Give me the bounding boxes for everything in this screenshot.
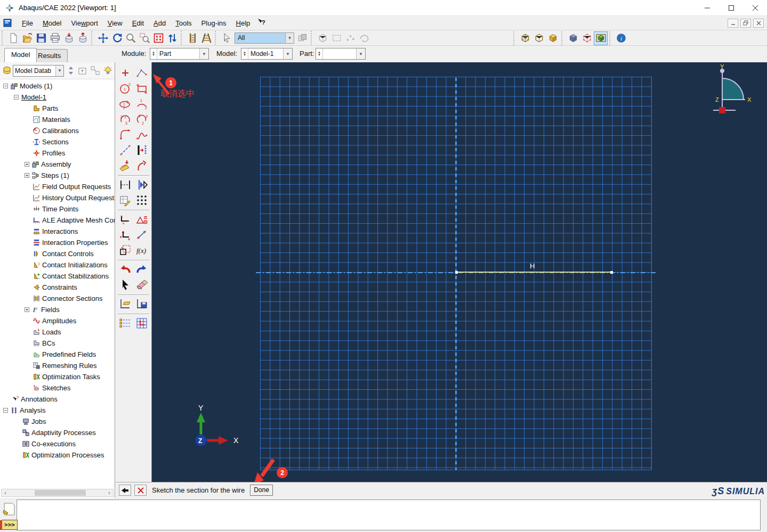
sketch-sketch-paste-button[interactable]: [118, 297, 133, 312]
command-line-toggle-button[interactable]: >>>: [2, 520, 18, 530]
mdi-minimize-button[interactable]: [728, 19, 738, 28]
maximize-button[interactable]: [719, 0, 743, 15]
sketch-sketch-grid-button[interactable]: [134, 316, 149, 331]
sketch-edit-sketch-button[interactable]: [118, 212, 133, 227]
menu-edit[interactable]: Edit: [127, 17, 149, 29]
tree-item-analysis[interactable]: −Analysis: [0, 405, 115, 416]
tree-item-remeshing-rules[interactable]: Remeshing Rules: [0, 360, 115, 371]
tips-lightbulb-icon[interactable]: [103, 66, 112, 75]
tree-item-calibrations[interactable]: Calibrations: [0, 125, 115, 136]
tree-item-sketches[interactable]: Sketches: [0, 382, 115, 394]
new-button[interactable]: [6, 31, 20, 45]
tree-item-field-output-requests[interactable]: Field Output Requests: [0, 181, 115, 192]
menu-help[interactable]: Help: [231, 17, 255, 29]
scroll-right-icon[interactable]: ›: [106, 490, 113, 496]
tree-expander[interactable]: −: [3, 84, 8, 88]
sketch-fillet-button[interactable]: [118, 127, 133, 142]
tree-item-fields[interactable]: +FFields: [0, 304, 115, 315]
pan-button[interactable]: [96, 31, 110, 45]
fit-button[interactable]: [151, 31, 165, 45]
tree-item-parts[interactable]: Parts: [0, 103, 115, 114]
viewport-manager-icon[interactable]: [3, 19, 12, 27]
view-green-button[interactable]: [594, 31, 608, 45]
save-button[interactable]: [34, 31, 48, 45]
tree-item-optimization-processes[interactable]: Optimization Processes: [0, 449, 115, 461]
tree-item-time-points[interactable]: Time Points: [0, 203, 115, 215]
tree-item-interactions[interactable]: Interactions: [0, 226, 115, 237]
done-button[interactable]: Done: [250, 485, 273, 496]
close-button[interactable]: [743, 0, 767, 15]
tree-item-jobs[interactable]: Jobs: [0, 416, 115, 427]
line-endpoint-right[interactable]: [610, 271, 613, 274]
tree-item-models-1[interactable]: −Models (1): [0, 80, 115, 92]
tree-item-materials[interactable]: εMaterials: [0, 114, 115, 125]
tree-item-loads[interactable]: Loads: [0, 326, 115, 338]
minimize-button[interactable]: [695, 0, 719, 15]
tree-expander[interactable]: +: [25, 173, 29, 178]
sketch-ellipse-button[interactable]: 132: [118, 96, 133, 111]
open-button[interactable]: [20, 31, 34, 45]
sketch-point-button[interactable]: [118, 66, 133, 80]
tree-item-steps-1[interactable]: +Steps (1): [0, 170, 115, 181]
tree-item-contact-controls[interactable]: Contact Controls: [0, 248, 115, 259]
sketch-rectangle-button[interactable]: [134, 81, 149, 96]
message-text-area[interactable]: [17, 500, 761, 530]
tree-item-connector-sections[interactable]: Connector Sections: [0, 293, 115, 304]
part-select[interactable]: ▲▼▼: [316, 48, 366, 60]
sketch-project-references-button[interactable]: [134, 158, 149, 173]
tree-item-annotations[interactable]: Annotations: [0, 394, 115, 405]
module-select[interactable]: ▲▼Part▼: [150, 48, 209, 60]
tree-item-ale-adaptive-mesh-constraints[interactable]: ALE Adaptive Mesh Constraints: [0, 215, 115, 226]
sketch-dimension-button[interactable]: [118, 177, 133, 192]
sketch-lines-connected-button[interactable]: [134, 66, 149, 80]
render-wireframe-button[interactable]: [518, 31, 532, 45]
sketch-delete-button[interactable]: [134, 277, 149, 292]
sketch-offset-button[interactable]: [134, 143, 149, 158]
menu-viewport[interactable]: Viewport: [66, 17, 102, 29]
tree-item-contact-initializations[interactable]: Contact Initializations: [0, 259, 115, 271]
cycle-button[interactable]: [165, 31, 179, 45]
tree-item-co-executions[interactable]: Co-executions: [0, 438, 115, 449]
menu-file[interactable]: File: [17, 17, 38, 29]
view-dotted-button[interactable]: [580, 31, 594, 45]
sketch-linear-pattern-button[interactable]: [134, 193, 149, 208]
sketch-resize-button[interactable]: [118, 243, 133, 258]
tree-item-model-1[interactable]: −Model-1: [0, 92, 115, 103]
tree-expander[interactable]: −: [14, 95, 19, 100]
menu-tools[interactable]: Tools: [171, 17, 196, 29]
cursor-button[interactable]: [220, 31, 233, 45]
sketch-edit-dimension-button[interactable]: [118, 193, 133, 208]
selection-filter-combo[interactable]: All▼: [235, 32, 294, 44]
view-mesh-button[interactable]: [566, 31, 580, 45]
tree-database-select[interactable]: Model Datab▼: [13, 65, 64, 77]
tree-item-sections[interactable]: Sections: [0, 136, 115, 148]
tree-item-optimization-tasks[interactable]: Optimization Tasks: [0, 371, 115, 382]
tree-item-profiles[interactable]: Profiles: [0, 148, 115, 159]
cancel-procedure-button[interactable]: [134, 485, 147, 496]
session-save-button[interactable]: [62, 31, 76, 45]
collapse-all-icon[interactable]: [78, 66, 87, 75]
sketch-translate-button[interactable]: [118, 227, 133, 242]
tree-item-bcs[interactable]: BCs: [0, 338, 115, 349]
tree-item-history-output-requests[interactable]: History Output Requests: [0, 192, 115, 203]
mdi-close-button[interactable]: [753, 19, 764, 28]
link-items-icon[interactable]: [91, 66, 100, 75]
viewport-canvas[interactable]: H 1 取消选中 2 Y Z X Y X Z: [152, 62, 767, 482]
scrollbar-thumb[interactable]: [35, 490, 86, 496]
ladder-button[interactable]: [185, 31, 199, 45]
line-endpoint-left[interactable]: [455, 271, 458, 274]
sketch-constraints-tool-button[interactable]: [134, 212, 149, 227]
render-hidden-button[interactable]: [532, 31, 546, 45]
sketched-wire-line[interactable]: [457, 272, 612, 273]
tree-item-assembly[interactable]: +Assembly: [0, 159, 115, 170]
zoom-button[interactable]: [124, 31, 138, 45]
scroll-left-icon[interactable]: ‹: [2, 490, 9, 496]
ladder-angled-button[interactable]: [199, 31, 213, 45]
sketch-undo-button[interactable]: [118, 262, 133, 277]
menu-add[interactable]: Add: [149, 17, 171, 29]
sketch-arc-center-button[interactable]: 213: [118, 112, 133, 127]
previous-step-button[interactable]: [119, 485, 131, 496]
sketch-select-button[interactable]: [118, 277, 133, 292]
tree-item-contact-stabilizations[interactable]: Contact Stabilizations: [0, 271, 115, 282]
sketch-sketch-options-button[interactable]: [118, 316, 133, 331]
